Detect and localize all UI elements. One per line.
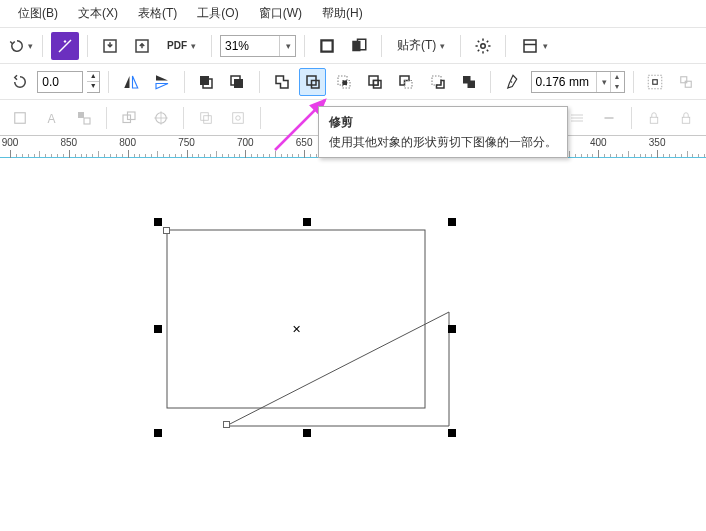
svg-rect-25 xyxy=(648,75,662,89)
pdf-label: PDF xyxy=(167,40,187,51)
front-minus-back-button[interactable] xyxy=(393,68,420,96)
outline-pen-button[interactable] xyxy=(499,68,526,96)
gear-icon xyxy=(474,37,492,55)
trim-icon xyxy=(304,73,322,91)
fullscreen-button[interactable] xyxy=(313,32,341,60)
export-pdf-button[interactable]: PDF ▾ xyxy=(160,32,203,60)
menu-text[interactable]: 文本(X) xyxy=(68,1,128,26)
selection-handle[interactable] xyxy=(448,218,456,226)
separator xyxy=(381,35,382,57)
mirror-v-icon xyxy=(153,73,171,91)
layout-icon xyxy=(521,37,539,55)
lock-icon xyxy=(677,109,695,127)
stepper-down[interactable]: ▼ xyxy=(611,82,624,92)
to-back-button[interactable] xyxy=(224,68,251,96)
wrap-text-button[interactable] xyxy=(641,68,668,96)
svg-rect-20 xyxy=(374,80,379,85)
simplify-button[interactable] xyxy=(362,68,389,96)
group-icon xyxy=(75,109,93,127)
svg-rect-30 xyxy=(78,112,84,118)
xform1-button xyxy=(192,104,220,132)
shape-node[interactable] xyxy=(163,227,170,234)
svg-rect-26 xyxy=(681,76,687,82)
boundary-button[interactable] xyxy=(455,68,482,96)
back-minus-front-icon xyxy=(429,73,447,91)
canvas[interactable]: ✕ xyxy=(0,158,706,518)
snap-to-dropdown[interactable]: 贴齐(T) ▾ xyxy=(390,32,452,60)
intersect-icon xyxy=(335,73,353,91)
export-button[interactable] xyxy=(128,32,156,60)
tooltip-title: 修剪 xyxy=(329,113,557,131)
selection-handle[interactable] xyxy=(154,429,162,437)
selection-center: ✕ xyxy=(292,323,301,336)
convert-to-curves-button xyxy=(673,68,700,96)
menu-table[interactable]: 表格(T) xyxy=(128,1,187,26)
weld-button[interactable] xyxy=(268,68,295,96)
xform-icon xyxy=(197,109,215,127)
svg-rect-33 xyxy=(128,112,136,120)
zoom-dropdown[interactable]: ▾ xyxy=(279,36,295,56)
selection-handle[interactable] xyxy=(303,218,311,226)
zoom-combo[interactable]: ▾ xyxy=(220,35,296,57)
magic-wand-button[interactable] xyxy=(51,32,79,60)
outline-width-combo[interactable]: ▾ ▲ ▼ xyxy=(531,71,625,93)
align-button xyxy=(6,104,34,132)
xform2-icon xyxy=(229,109,247,127)
separator xyxy=(260,107,261,129)
selection-handle[interactable] xyxy=(303,429,311,437)
export-icon xyxy=(133,37,151,55)
stepper-up[interactable]: ▲ xyxy=(611,72,624,82)
standard-toolbar: ▾ PDF ▾ ▾ 贴齐(T) ▾ ▾ xyxy=(0,28,706,64)
stepper-up[interactable]: ▲ xyxy=(87,72,99,82)
svg-rect-39 xyxy=(233,112,244,123)
menu-help[interactable]: 帮助(H) xyxy=(312,1,373,26)
preview-button[interactable] xyxy=(345,32,373,60)
menu-tools[interactable]: 工具(O) xyxy=(187,1,248,26)
trim-button[interactable] xyxy=(299,68,326,96)
to-front-button[interactable] xyxy=(193,68,220,96)
rotation-button[interactable] xyxy=(6,68,33,96)
selection-handle[interactable] xyxy=(448,325,456,333)
svg-rect-24 xyxy=(653,79,658,84)
options-button[interactable] xyxy=(469,32,497,60)
undo-button[interactable]: ▾ xyxy=(6,32,34,60)
intersect-button[interactable] xyxy=(330,68,357,96)
outline-width-dropdown[interactable]: ▾ xyxy=(596,72,610,92)
svg-rect-32 xyxy=(123,115,131,123)
selection-handle[interactable] xyxy=(154,218,162,226)
selection-handle[interactable] xyxy=(448,429,456,437)
to-back-icon xyxy=(228,73,246,91)
rotation-icon xyxy=(11,73,29,91)
tooltip: 修剪 使用其他对象的形状剪切下图像的一部分。 xyxy=(318,106,568,158)
svg-rect-11 xyxy=(234,79,243,88)
mirror-h-icon xyxy=(122,73,140,91)
separator xyxy=(87,35,88,57)
combine-icon xyxy=(120,109,138,127)
menu-bitmap[interactable]: 位图(B) xyxy=(8,1,68,26)
svg-point-23 xyxy=(511,81,513,83)
property-bar: ▲ ▼ ▾ ▲ ▼ xyxy=(0,64,706,100)
back-minus-front-button[interactable] xyxy=(424,68,451,96)
shape-node[interactable] xyxy=(223,421,230,428)
extra2-icon xyxy=(568,109,586,127)
fullscreen-icon xyxy=(318,37,336,55)
svg-rect-31 xyxy=(84,118,90,124)
stepper-down[interactable]: ▼ xyxy=(87,82,99,92)
zoom-input[interactable] xyxy=(221,36,279,56)
outline-width-input[interactable] xyxy=(532,72,596,92)
align-icon xyxy=(11,109,29,127)
svg-rect-38 xyxy=(204,115,212,123)
svg-rect-22 xyxy=(432,76,441,85)
minus-icon xyxy=(600,109,618,127)
import-button[interactable] xyxy=(96,32,124,60)
wrap-text-icon xyxy=(646,73,664,91)
import-icon xyxy=(101,37,119,55)
mirror-h-button[interactable] xyxy=(117,68,144,96)
svg-rect-37 xyxy=(201,112,209,120)
chevron-down-icon: ▾ xyxy=(286,41,291,51)
layout-dropdown[interactable]: ▾ xyxy=(514,32,555,60)
mirror-v-button[interactable] xyxy=(148,68,175,96)
selection-handle[interactable] xyxy=(154,325,162,333)
menu-window[interactable]: 窗口(W) xyxy=(249,1,312,26)
rotation-input[interactable] xyxy=(37,71,83,93)
